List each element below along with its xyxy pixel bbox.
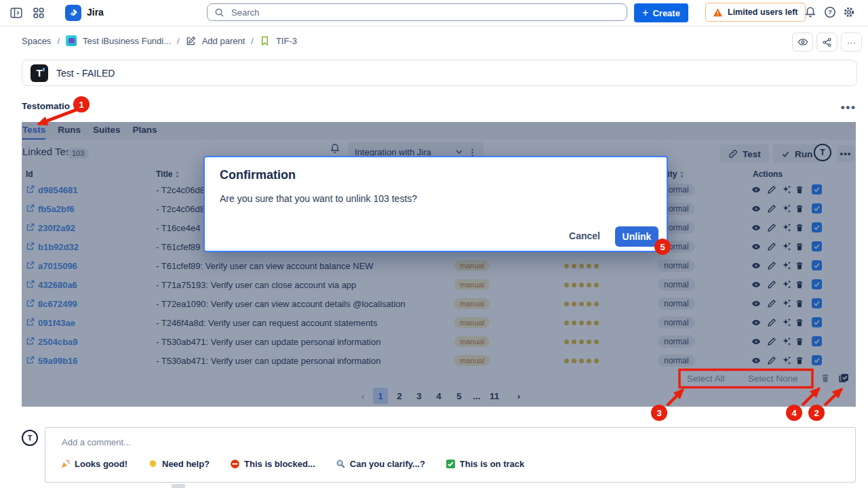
project-icon [66,35,77,46]
bookmark-icon [260,36,270,46]
waving-hand-icon [148,459,158,469]
dialog-message: Are you sure that you want to unlink 103… [220,193,417,204]
quick-reply-label: Need help? [162,459,210,469]
no-entry-icon [230,459,240,469]
more-actions-button[interactable]: ··· [841,33,862,52]
quick-replies: Looks good! Need help? This is blocked..… [60,459,524,469]
breadcrumb-separator: / [177,36,180,46]
cancel-button[interactable]: Cancel [565,230,604,242]
quick-reply-label: Looks good! [75,459,127,469]
widget-title: Testomatio [22,101,70,111]
help-icon[interactable] [824,6,836,18]
jira-logo[interactable] [65,5,81,21]
plus-icon: + [642,7,648,18]
breadcrumb-spaces[interactable]: Spaces [22,36,51,46]
search-input[interactable] [230,7,620,18]
edit-pencil-icon [186,36,196,46]
quick-reply-looks-good[interactable]: Looks good! [60,459,127,469]
notifications-bell-icon[interactable] [804,6,816,18]
annotation-badge-4: 4 [786,405,802,421]
quick-reply-need-help[interactable]: Need help? [148,459,210,469]
quick-reply-on-track[interactable]: This is on track [446,459,524,469]
watch-eye-button[interactable] [792,33,813,52]
limited-users-label: Limited users left [728,7,798,17]
create-button-label: Create [652,8,679,18]
warning-triangle-icon [713,7,723,18]
annotation-badge-2: 2 [808,405,825,421]
breadcrumb: Spaces / Test iBusiness Fundi... / Add p… [22,35,297,46]
annotation-badge-3: 3 [651,405,667,421]
user-avatar: T [22,430,38,446]
annotation-badge-1: 1 [73,96,90,113]
quick-reply-label: Can you clarify...? [350,459,425,469]
quick-reply-label: This is on track [460,459,524,469]
quick-reply-blocked[interactable]: This is blocked... [230,459,315,469]
breadcrumb-project[interactable]: Test iBusiness Fundi... [83,36,171,46]
share-button[interactable] [816,33,837,52]
test-status-label: Test - FAILED [56,68,115,79]
check-mark-icon [446,459,456,469]
cutoff-element [172,484,185,488]
top-navigation: Jira + Create Limited users left [0,0,868,26]
testomatio-tile-icon: T [31,64,48,82]
breadcrumb-separator: / [251,36,254,46]
breadcrumb-separator: / [57,36,60,46]
sidebar-toggle-icon[interactable] [9,6,23,20]
limited-users-chip[interactable]: Limited users left [705,3,806,22]
app-switcher-icon[interactable] [33,7,45,19]
search-icon [214,7,224,18]
quick-reply-clarify[interactable]: Can you clarify...? [336,459,425,469]
app-name: Jira [87,7,104,18]
settings-gear-icon[interactable] [843,6,855,18]
test-status-banner[interactable]: T Test - FAILED [22,60,857,86]
dialog-title: Confirmation [220,168,296,182]
comment-editor[interactable]: Add a comment... Looks good! Need help? … [45,427,856,483]
jira-logo-glyph [68,7,79,18]
confirmation-dialog: Confirmation Are you sure that you want … [203,156,668,252]
comment-placeholder: Add a comment... [62,437,131,447]
unlink-button[interactable]: Unlink [615,226,658,247]
jira-issue-page: Jira + Create Limited users left Spaces … [0,0,868,488]
global-search[interactable] [207,3,627,21]
party-popper-icon [60,459,71,469]
create-button[interactable]: + Create [634,3,688,22]
widget-more-icon[interactable]: ••• [841,102,856,114]
quick-reply-label: This is blocked... [244,459,315,469]
magnifying-glass-icon [336,459,346,469]
breadcrumb-add-parent[interactable]: Add parent [202,36,245,46]
breadcrumb-issue-key[interactable]: TIF-3 [276,36,297,46]
